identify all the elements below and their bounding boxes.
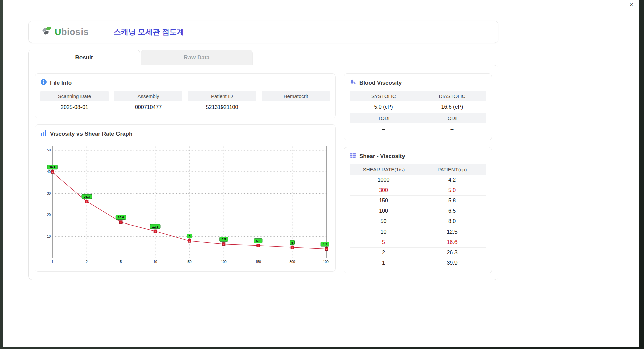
bv-header-diastolic: DIASTOLIC [418,91,486,101]
patient-viscosity-value: 16.6 [418,237,486,247]
blood-viscosity-title: Blood Viscosity [359,80,402,86]
app-window: × Ubiosis 스캐닝 모세관 점도계 Result Raw Data [3,0,639,347]
patient-viscosity-value: 6.5 [418,206,486,216]
svg-text:100: 100 [221,260,227,264]
bv-value-diastolic: 16.6 (cP) [418,101,486,113]
logo-rest: biosis [61,27,89,37]
shear-viscosity-row: 139.9 [350,258,486,268]
shear-rate-value: 10 [350,227,418,237]
field-scanning-date: Scanning Date 2025-08-01 [40,91,109,113]
svg-text:5: 5 [120,260,122,264]
close-button[interactable]: × [628,1,635,9]
bar-chart-icon [40,130,47,138]
shear-rate-value: 2 [350,248,418,258]
shear-rate-value: 1000 [350,175,418,185]
file-info-card: File Info Scanning Date 2025-08-01 Assem… [35,73,336,118]
bv-value-systolic: 5.0 (cP) [350,101,418,113]
ubiosis-logo: Ubiosis [41,26,107,38]
shear-viscosity-row: 226.3 [350,248,486,258]
svg-text:10: 10 [153,260,157,264]
svg-text:300: 300 [289,260,295,264]
svg-text:6.5: 6.5 [222,237,226,241]
field-value: 2025-08-01 [40,101,109,113]
tab-bar: Result Raw Data [28,50,498,65]
header-card: Ubiosis 스캐닝 모세관 점도계 [28,21,498,43]
logo-text: Ubiosis [55,27,89,37]
file-info-fields: Scanning Date 2025-08-01 Assembly 000710… [40,91,330,113]
patient-viscosity-value: 4.2 [418,175,486,185]
field-label: Scanning Date [40,91,109,101]
shear-viscosity-row: 508.0 [350,216,486,227]
tab-raw-data[interactable]: Raw Data [141,50,253,65]
shear-rate-value: 100 [350,206,418,216]
svg-text:26.3: 26.3 [84,195,90,198]
field-value: 000710477 [114,101,182,113]
right-column: Blood Viscosity SYSTOLIC DIASTOLIC 5.0 (… [344,73,492,273]
patient-viscosity-value: 8.0 [418,216,486,227]
viscosity-graph-card: Viscosity vs Shear Rate Graph 1020304050… [35,124,336,272]
svg-text:1: 1 [51,260,53,264]
svg-text:2: 2 [86,260,88,264]
blood-viscosity-title-row: Blood Viscosity [350,79,486,87]
file-info-title: File Info [50,80,72,86]
column-shear-rate: SHEAR RATE(1/s) [350,164,418,175]
shear-rate-value: 1 [350,258,418,268]
graph-title-row: Viscosity vs Shear Rate Graph [40,130,330,138]
svg-text:30: 30 [47,192,51,195]
svg-text:16.6: 16.6 [118,215,124,219]
logo-accent-letter: U [55,27,61,37]
svg-text:4.2: 4.2 [323,242,327,246]
shear-viscosity-header: SHEAR RATE(1/s) PATIENT(cp) [350,164,486,175]
shear-rate-value: 150 [350,196,418,206]
field-label: Assembly [114,91,182,101]
field-label: Hematocrit [262,91,330,101]
shear-viscosity-title-row: Shear - Viscosity [350,152,486,160]
field-label: Patient ID [188,91,256,101]
svg-text:5.8: 5.8 [256,239,260,243]
file-info-title-row: File Info [40,79,330,87]
info-icon [40,79,47,87]
svg-text:50: 50 [47,148,51,152]
bv-value-odi: – [418,123,486,135]
field-assembly: Assembly 000710477 [114,91,182,113]
svg-text:1000: 1000 [323,260,329,264]
shear-viscosity-row: 10004.2 [350,175,486,185]
content-area: Ubiosis 스캐닝 모세관 점도계 Result Raw Data [28,21,498,280]
shear-viscosity-row: 1012.5 [350,227,486,237]
shear-viscosity-row: 516.6 [350,237,486,248]
shear-viscosity-body: 10004.23005.01505.81006.5508.01012.5516.… [350,175,486,268]
svg-text:5: 5 [291,241,293,244]
patient-viscosity-value: 26.3 [418,248,486,258]
patient-viscosity-value: 39.9 [418,258,486,268]
blood-viscosity-table: SYSTOLIC DIASTOLIC 5.0 (cP) 16.6 (cP) TO… [350,91,486,135]
leaf-logo-icon [41,26,53,38]
left-column: File Info Scanning Date 2025-08-01 Assem… [35,73,336,273]
app-title: 스캐닝 모세관 점도계 [114,27,184,37]
svg-text:50: 50 [187,260,192,264]
bv-value-todi: – [350,123,418,135]
viscosity-chart-svg: 10203040501251050100150300100039.926.316… [41,142,329,267]
patient-viscosity-value: 5.0 [418,185,486,195]
field-patient-id: Patient ID 52131921100 [188,91,256,113]
patient-viscosity-value: 12.5 [418,227,486,237]
shear-rate-value: 5 [350,237,418,247]
field-value: 52131921100 [188,101,256,113]
shear-viscosity-row: 1505.8 [350,196,486,206]
column-patient: PATIENT(cp) [418,164,486,175]
patient-viscosity-value: 5.8 [418,196,486,206]
shear-viscosity-title: Shear - Viscosity [359,153,405,160]
shear-viscosity-row: 3005.0 [350,185,486,196]
shear-viscosity-card: Shear - Viscosity SHEAR RATE(1/s) PATIEN… [344,147,492,273]
blood-viscosity-card: Blood Viscosity SYSTOLIC DIASTOLIC 5.0 (… [344,73,492,140]
svg-text:20: 20 [47,213,51,217]
svg-text:40: 40 [47,170,51,174]
bv-header-odi: ODI [418,113,486,123]
water-drop-icon [350,79,356,87]
bv-header-systolic: SYSTOLIC [350,91,418,101]
svg-text:12.5: 12.5 [152,225,159,228]
viscosity-chart: 10203040501251050100150300100039.926.316… [40,142,330,268]
tab-result[interactable]: Result [28,50,140,65]
main-panel: File Info Scanning Date 2025-08-01 Assem… [28,65,498,280]
shear-rate-value: 50 [350,216,418,227]
graph-title: Viscosity vs Shear Rate Graph [50,131,132,137]
